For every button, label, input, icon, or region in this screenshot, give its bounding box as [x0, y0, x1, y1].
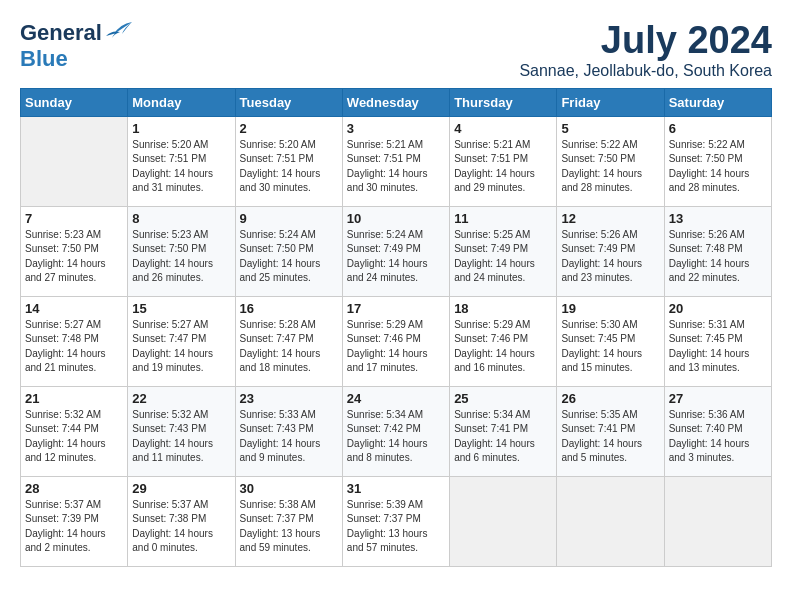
day-number: 29: [132, 481, 230, 496]
day-number: 27: [669, 391, 767, 406]
day-number: 3: [347, 121, 445, 136]
day-number: 11: [454, 211, 552, 226]
calendar-cell: [450, 476, 557, 566]
calendar-cell: 2Sunrise: 5:20 AMSunset: 7:51 PMDaylight…: [235, 116, 342, 206]
calendar-cell: [664, 476, 771, 566]
cell-info: Sunrise: 5:36 AMSunset: 7:40 PMDaylight:…: [669, 408, 767, 466]
day-number: 23: [240, 391, 338, 406]
calendar-cell: 10Sunrise: 5:24 AMSunset: 7:49 PMDayligh…: [342, 206, 449, 296]
calendar-cell: 16Sunrise: 5:28 AMSunset: 7:47 PMDayligh…: [235, 296, 342, 386]
weekday-header-friday: Friday: [557, 88, 664, 116]
calendar-week-row: 21Sunrise: 5:32 AMSunset: 7:44 PMDayligh…: [21, 386, 772, 476]
cell-info: Sunrise: 5:20 AMSunset: 7:51 PMDaylight:…: [240, 138, 338, 196]
cell-info: Sunrise: 5:22 AMSunset: 7:50 PMDaylight:…: [669, 138, 767, 196]
day-number: 15: [132, 301, 230, 316]
cell-info: Sunrise: 5:26 AMSunset: 7:49 PMDaylight:…: [561, 228, 659, 286]
weekday-header-saturday: Saturday: [664, 88, 771, 116]
cell-info: Sunrise: 5:35 AMSunset: 7:41 PMDaylight:…: [561, 408, 659, 466]
calendar-week-row: 14Sunrise: 5:27 AMSunset: 7:48 PMDayligh…: [21, 296, 772, 386]
calendar-cell: 14Sunrise: 5:27 AMSunset: 7:48 PMDayligh…: [21, 296, 128, 386]
calendar-cell: [21, 116, 128, 206]
day-number: 7: [25, 211, 123, 226]
cell-info: Sunrise: 5:22 AMSunset: 7:50 PMDaylight:…: [561, 138, 659, 196]
day-number: 5: [561, 121, 659, 136]
calendar-cell: 26Sunrise: 5:35 AMSunset: 7:41 PMDayligh…: [557, 386, 664, 476]
day-number: 19: [561, 301, 659, 316]
calendar-cell: 12Sunrise: 5:26 AMSunset: 7:49 PMDayligh…: [557, 206, 664, 296]
day-number: 9: [240, 211, 338, 226]
day-number: 1: [132, 121, 230, 136]
weekday-header-wednesday: Wednesday: [342, 88, 449, 116]
cell-info: Sunrise: 5:29 AMSunset: 7:46 PMDaylight:…: [454, 318, 552, 376]
logo-blue: Blue: [20, 46, 68, 71]
calendar-cell: 18Sunrise: 5:29 AMSunset: 7:46 PMDayligh…: [450, 296, 557, 386]
cell-info: Sunrise: 5:21 AMSunset: 7:51 PMDaylight:…: [347, 138, 445, 196]
calendar-week-row: 1Sunrise: 5:20 AMSunset: 7:51 PMDaylight…: [21, 116, 772, 206]
cell-info: Sunrise: 5:32 AMSunset: 7:43 PMDaylight:…: [132, 408, 230, 466]
calendar-cell: 13Sunrise: 5:26 AMSunset: 7:48 PMDayligh…: [664, 206, 771, 296]
calendar-cell: 25Sunrise: 5:34 AMSunset: 7:41 PMDayligh…: [450, 386, 557, 476]
calendar-cell: 22Sunrise: 5:32 AMSunset: 7:43 PMDayligh…: [128, 386, 235, 476]
calendar-cell: 29Sunrise: 5:37 AMSunset: 7:38 PMDayligh…: [128, 476, 235, 566]
cell-info: Sunrise: 5:27 AMSunset: 7:48 PMDaylight:…: [25, 318, 123, 376]
cell-info: Sunrise: 5:20 AMSunset: 7:51 PMDaylight:…: [132, 138, 230, 196]
calendar-cell: 5Sunrise: 5:22 AMSunset: 7:50 PMDaylight…: [557, 116, 664, 206]
day-number: 24: [347, 391, 445, 406]
day-number: 13: [669, 211, 767, 226]
day-number: 10: [347, 211, 445, 226]
calendar-cell: 6Sunrise: 5:22 AMSunset: 7:50 PMDaylight…: [664, 116, 771, 206]
calendar-cell: 17Sunrise: 5:29 AMSunset: 7:46 PMDayligh…: [342, 296, 449, 386]
day-number: 17: [347, 301, 445, 316]
day-number: 16: [240, 301, 338, 316]
cell-info: Sunrise: 5:37 AMSunset: 7:39 PMDaylight:…: [25, 498, 123, 556]
day-number: 21: [25, 391, 123, 406]
cell-info: Sunrise: 5:28 AMSunset: 7:47 PMDaylight:…: [240, 318, 338, 376]
cell-info: Sunrise: 5:34 AMSunset: 7:41 PMDaylight:…: [454, 408, 552, 466]
cell-info: Sunrise: 5:39 AMSunset: 7:37 PMDaylight:…: [347, 498, 445, 556]
cell-info: Sunrise: 5:24 AMSunset: 7:50 PMDaylight:…: [240, 228, 338, 286]
day-number: 22: [132, 391, 230, 406]
day-number: 4: [454, 121, 552, 136]
location-title: Sannae, Jeollabuk-do, South Korea: [519, 62, 772, 80]
day-number: 18: [454, 301, 552, 316]
calendar-cell: 7Sunrise: 5:23 AMSunset: 7:50 PMDaylight…: [21, 206, 128, 296]
day-number: 14: [25, 301, 123, 316]
cell-info: Sunrise: 5:29 AMSunset: 7:46 PMDaylight:…: [347, 318, 445, 376]
weekday-header-thursday: Thursday: [450, 88, 557, 116]
day-number: 25: [454, 391, 552, 406]
cell-info: Sunrise: 5:23 AMSunset: 7:50 PMDaylight:…: [132, 228, 230, 286]
cell-info: Sunrise: 5:26 AMSunset: 7:48 PMDaylight:…: [669, 228, 767, 286]
calendar-cell: 31Sunrise: 5:39 AMSunset: 7:37 PMDayligh…: [342, 476, 449, 566]
calendar-cell: 11Sunrise: 5:25 AMSunset: 7:49 PMDayligh…: [450, 206, 557, 296]
weekday-header-sunday: Sunday: [21, 88, 128, 116]
calendar-cell: 15Sunrise: 5:27 AMSunset: 7:47 PMDayligh…: [128, 296, 235, 386]
calendar-cell: 23Sunrise: 5:33 AMSunset: 7:43 PMDayligh…: [235, 386, 342, 476]
cell-info: Sunrise: 5:31 AMSunset: 7:45 PMDaylight:…: [669, 318, 767, 376]
day-number: 26: [561, 391, 659, 406]
calendar-cell: 30Sunrise: 5:38 AMSunset: 7:37 PMDayligh…: [235, 476, 342, 566]
day-number: 2: [240, 121, 338, 136]
weekday-header-tuesday: Tuesday: [235, 88, 342, 116]
day-number: 31: [347, 481, 445, 496]
calendar-week-row: 28Sunrise: 5:37 AMSunset: 7:39 PMDayligh…: [21, 476, 772, 566]
day-number: 30: [240, 481, 338, 496]
logo-bird-icon: [106, 20, 132, 42]
calendar-cell: 27Sunrise: 5:36 AMSunset: 7:40 PMDayligh…: [664, 386, 771, 476]
day-number: 12: [561, 211, 659, 226]
title-area: July 2024 Sannae, Jeollabuk-do, South Ko…: [519, 20, 772, 80]
cell-info: Sunrise: 5:27 AMSunset: 7:47 PMDaylight:…: [132, 318, 230, 376]
calendar-cell: 1Sunrise: 5:20 AMSunset: 7:51 PMDaylight…: [128, 116, 235, 206]
cell-info: Sunrise: 5:30 AMSunset: 7:45 PMDaylight:…: [561, 318, 659, 376]
cell-info: Sunrise: 5:32 AMSunset: 7:44 PMDaylight:…: [25, 408, 123, 466]
weekday-header-monday: Monday: [128, 88, 235, 116]
calendar-cell: 9Sunrise: 5:24 AMSunset: 7:50 PMDaylight…: [235, 206, 342, 296]
cell-info: Sunrise: 5:37 AMSunset: 7:38 PMDaylight:…: [132, 498, 230, 556]
month-title: July 2024: [519, 20, 772, 62]
cell-info: Sunrise: 5:21 AMSunset: 7:51 PMDaylight:…: [454, 138, 552, 196]
cell-info: Sunrise: 5:23 AMSunset: 7:50 PMDaylight:…: [25, 228, 123, 286]
calendar-cell: 24Sunrise: 5:34 AMSunset: 7:42 PMDayligh…: [342, 386, 449, 476]
day-number: 28: [25, 481, 123, 496]
weekday-header-row: SundayMondayTuesdayWednesdayThursdayFrid…: [21, 88, 772, 116]
logo: General Blue: [20, 20, 132, 72]
cell-info: Sunrise: 5:34 AMSunset: 7:42 PMDaylight:…: [347, 408, 445, 466]
